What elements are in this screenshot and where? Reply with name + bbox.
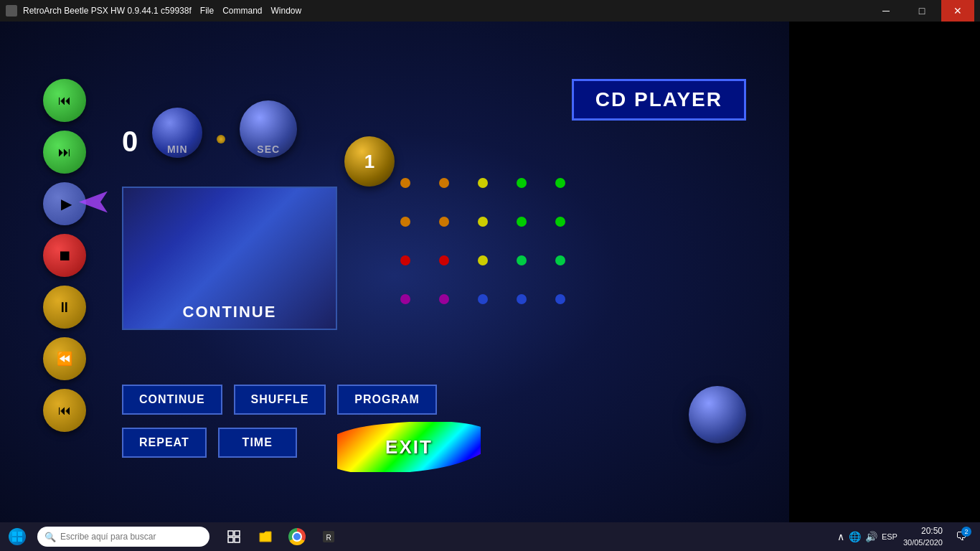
- dot-r1c5: [555, 178, 565, 188]
- menu-bar: File Command Window: [200, 6, 301, 16]
- dot-r1c4: [517, 178, 527, 188]
- skip-start-button[interactable]: ⏮: [43, 79, 86, 122]
- dot-r2c5: [555, 217, 565, 227]
- menu-command[interactable]: Command: [222, 6, 262, 16]
- controls-column: ⏮ ⏭ ▶ ⏹ ⏸ ⏪ ⏮: [43, 79, 86, 432]
- minimize-button[interactable]: ─: [870, 0, 903, 22]
- start-button[interactable]: [0, 522, 34, 551]
- close-button[interactable]: ✕: [941, 0, 974, 22]
- system-tray-icons: ∧ 🌐 🔊 ESP: [837, 531, 897, 542]
- svg-marker-0: [79, 192, 108, 213]
- exit-label: EXIT: [385, 436, 433, 458]
- repeat-button[interactable]: REPEAT: [122, 428, 207, 458]
- play-button[interactable]: ▶: [43, 182, 86, 225]
- seconds-label: SEC: [257, 143, 280, 155]
- continue-button[interactable]: CONTINUE: [122, 385, 222, 415]
- stop-button[interactable]: ⏹: [43, 234, 86, 277]
- svg-rect-7: [228, 537, 233, 542]
- right-panel: [789, 22, 980, 529]
- taskbar-search[interactable]: 🔍: [37, 527, 209, 547]
- minutes-ball: MIN: [152, 108, 202, 158]
- cd-player-title: CD PLAYER: [572, 79, 746, 121]
- volume-icon: 🔊: [865, 531, 877, 542]
- dot-r3c1: [400, 255, 410, 265]
- file-explorer-button[interactable]: [253, 524, 278, 550]
- window-controls: ─ □ ✕: [870, 0, 974, 22]
- seconds-ball: SEC: [240, 100, 297, 158]
- display-text: CONTINUE: [183, 303, 277, 321]
- taskbar: 🔍 R ∧ 🌐: [0, 522, 980, 551]
- dot-r4c3: [478, 294, 488, 304]
- dot-r4c5: [555, 294, 565, 304]
- program-button[interactable]: PROGRAM: [337, 385, 437, 415]
- dot-r3c2: [439, 255, 449, 265]
- network-icon: 🌐: [849, 531, 861, 542]
- menu-file[interactable]: File: [200, 6, 214, 16]
- system-clock[interactable]: 20:50 30/05/2020: [903, 525, 943, 548]
- shuffle-button[interactable]: SHUFFLE: [234, 385, 326, 415]
- svg-rect-5: [228, 531, 233, 536]
- fast-forward-button[interactable]: ⏭: [43, 131, 86, 174]
- time-display: 0 MIN SEC: [122, 100, 297, 158]
- rewind-button[interactable]: ⏪: [43, 337, 86, 380]
- minutes-label: MIN: [167, 143, 188, 155]
- clock-time: 20:50: [903, 525, 943, 537]
- chrome-icon: [288, 528, 306, 545]
- dot-r4c1: [400, 294, 410, 304]
- display-screen: CONTINUE: [122, 187, 337, 330]
- svg-rect-4: [18, 537, 22, 542]
- skip-end-button[interactable]: ⏮: [43, 389, 86, 432]
- notification-button[interactable]: 🗨 2: [948, 524, 974, 550]
- pause-button[interactable]: ⏸: [43, 286, 86, 329]
- dot-r1c1: [400, 178, 410, 188]
- app-icon: [6, 5, 17, 17]
- decorative-ball: [689, 386, 746, 443]
- search-input[interactable]: [60, 532, 202, 542]
- bottom-buttons-row2: REPEAT TIME: [122, 428, 297, 458]
- task-view-button[interactable]: [221, 524, 247, 550]
- titlebar-left: RetroArch Beetle PSX HW 0.9.44.1 c59938f…: [6, 5, 301, 17]
- dot-r1c2: [439, 178, 449, 188]
- minutes-value: 0: [122, 126, 138, 158]
- dot-r3c4: [517, 255, 527, 265]
- maximize-button[interactable]: □: [905, 0, 938, 22]
- dot-r3c5: [555, 255, 565, 265]
- svg-rect-3: [12, 537, 17, 542]
- svg-rect-2: [18, 532, 22, 536]
- retro-arch-button[interactable]: R: [316, 524, 341, 550]
- taskbar-app-icons: R: [221, 524, 341, 550]
- windows-icon: [9, 528, 26, 545]
- search-icon: 🔍: [44, 532, 56, 542]
- bottom-buttons-row1: CONTINUE SHUFFLE PROGRAM: [122, 385, 437, 415]
- dot-r1c3: [478, 178, 488, 188]
- exit-button[interactable]: EXIT: [337, 422, 481, 472]
- dot-r4c4: [517, 294, 527, 304]
- track-number-value: 1: [364, 151, 374, 173]
- svg-rect-1: [12, 532, 17, 536]
- dot-r2c1: [400, 217, 410, 227]
- window-title: RetroArch Beetle PSX HW 0.9.44.1 c59938f: [23, 6, 192, 16]
- titlebar: RetroArch Beetle PSX HW 0.9.44.1 c59938f…: [0, 0, 980, 22]
- dot-r3c3: [478, 255, 488, 265]
- dot-r2c3: [478, 217, 488, 227]
- dot-r2c2: [439, 217, 449, 227]
- svg-text:R: R: [326, 534, 331, 542]
- chevron-up-icon[interactable]: ∧: [837, 531, 844, 542]
- game-area: CD PLAYER ⏮ ⏭ ▶ ⏹ ⏸: [0, 22, 789, 529]
- track-dots-grid: [387, 165, 578, 317]
- svg-rect-6: [235, 531, 240, 536]
- notification-badge: 2: [961, 527, 971, 537]
- chrome-button[interactable]: [284, 524, 310, 550]
- taskbar-right: ∧ 🌐 🔊 ESP 20:50 30/05/2020 🗨 2: [837, 524, 980, 550]
- language-label: ESP: [882, 532, 897, 541]
- menu-window[interactable]: Window: [271, 6, 302, 16]
- dot-r2c4: [517, 217, 527, 227]
- time-button[interactable]: TIME: [218, 428, 297, 458]
- clock-date: 30/05/2020: [903, 537, 943, 548]
- svg-rect-8: [235, 537, 240, 542]
- time-separator: [217, 135, 225, 143]
- dot-r4c2: [439, 294, 449, 304]
